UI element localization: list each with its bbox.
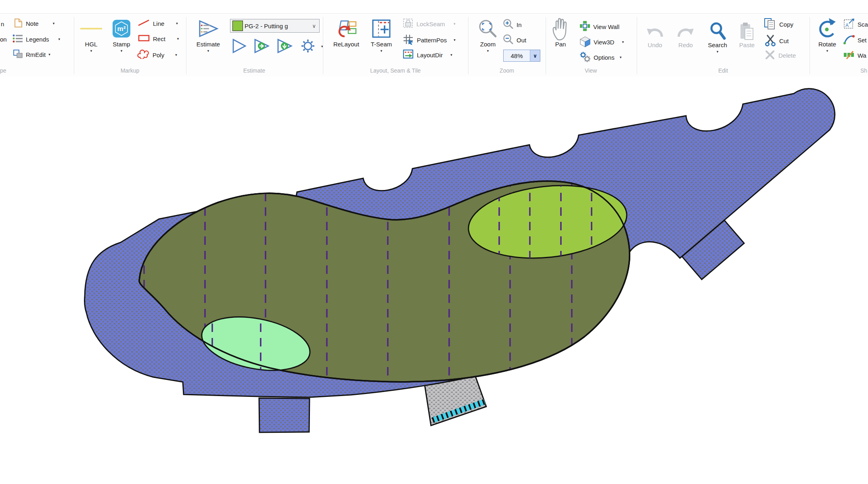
layoutdir-button[interactable]: LayoutDir ▾ <box>403 49 452 60</box>
view3d-dropdown-arrow[interactable]: ▾ <box>622 40 624 44</box>
zoom-level-chevron[interactable]: ∨ <box>530 50 540 61</box>
stamp-button[interactable]: m² Stamp ▾ <box>108 17 135 53</box>
run-export-right-button[interactable] <box>253 38 271 55</box>
pan-hand-icon <box>551 17 570 40</box>
clipped-button-label-2[interactable]: on <box>0 36 7 43</box>
scale-icon: A <box>843 18 855 30</box>
note-label: Note <box>26 20 39 27</box>
stamp-icon: m² <box>112 17 131 40</box>
rect-button[interactable]: Rect ▾ <box>138 35 179 43</box>
drawing-canvas[interactable] <box>0 77 868 484</box>
options-label: Options <box>594 54 615 61</box>
scale-button[interactable]: A Sca <box>843 18 868 30</box>
view-wall-icon <box>579 21 590 33</box>
rmedit-button[interactable]: RmEdit ▾ <box>13 49 50 60</box>
product-combo[interactable]: PG-2 - Putting g ∨ <box>230 19 320 33</box>
pan-button[interactable]: Pan <box>549 17 572 48</box>
view-wall-label: View Wall <box>593 23 619 30</box>
zoom-in-label: In <box>517 21 522 28</box>
rect-icon <box>138 35 150 43</box>
search-label: Search <box>708 41 727 49</box>
patternpos-label: PatternPos <box>417 37 447 44</box>
zoom-level-value: 48% <box>504 52 530 59</box>
search-dropdown-arrow[interactable]: ▾ <box>717 50 719 54</box>
line-label: Line <box>153 20 164 27</box>
poly-dropdown-arrow[interactable]: ▾ <box>175 53 177 57</box>
zoom-in-button[interactable]: In <box>503 19 522 31</box>
tseam-dropdown-arrow[interactable]: ▾ <box>381 49 383 53</box>
undo-button[interactable]: Undo <box>643 22 667 49</box>
poly-button[interactable]: Poly ▾ <box>137 50 177 60</box>
zoom-label: Zoom <box>480 40 496 48</box>
lockseam-label: LockSeam <box>416 21 445 27</box>
paste-button[interactable]: Paste <box>735 22 759 49</box>
layoutdir-dropdown-arrow[interactable]: ▾ <box>450 53 452 57</box>
hgl-button[interactable]: HGL ▾ <box>79 17 103 53</box>
zoom-level-combo[interactable]: 48% ∨ <box>503 50 540 62</box>
patternpos-button[interactable]: PatternPos ▾ <box>403 34 456 46</box>
group-separator <box>468 17 469 74</box>
group-separator <box>74 17 74 74</box>
stamp-dropdown-arrow[interactable]: ▾ <box>121 49 123 53</box>
note-icon <box>14 18 23 29</box>
group-label-clipped: pe <box>0 67 6 74</box>
rotate-button[interactable]: Rotate ▾ <box>814 17 840 53</box>
rmedit-label: RmEdit <box>26 51 46 58</box>
group-label-view: View <box>585 67 597 74</box>
zoom-out-label: Out <box>517 37 526 44</box>
rotate-icon <box>817 17 838 40</box>
blue-foot-rect[interactable] <box>259 398 310 432</box>
zoom-button[interactable]: Zoom ▾ <box>475 17 500 53</box>
rect-dropdown-arrow[interactable]: ▾ <box>177 37 179 41</box>
view3d-button[interactable]: View3D ▾ <box>579 36 624 48</box>
line-button[interactable]: Line ▾ <box>137 19 178 28</box>
view-wall-button[interactable]: View Wall <box>579 21 619 33</box>
product-combo-chevron[interactable]: ∨ <box>312 23 316 29</box>
clipped-button-label-1[interactable]: n <box>1 21 4 27</box>
tseam-button[interactable]: T-Seam ▾ <box>366 17 396 53</box>
estimate-settings-gear-icon[interactable] <box>300 38 316 55</box>
lockseam-dropdown-arrow[interactable]: ▾ <box>454 22 456 26</box>
note-dropdown-arrow[interactable]: ▾ <box>53 22 55 25</box>
product-swatch <box>232 21 243 31</box>
run-play-button[interactable] <box>231 38 248 55</box>
estimate-run-row: ▾ <box>231 38 323 55</box>
zoom-out-button[interactable]: Out <box>503 34 526 46</box>
app-window: n on Note ▾ Legends ▾ RmEdit ▾ HGL ▾ m² <box>0 0 868 484</box>
legends-button[interactable]: Legends ▾ <box>12 34 60 44</box>
setcurve-button[interactable]: Set <box>843 34 867 46</box>
legends-icon <box>12 34 23 44</box>
delete-button[interactable]: Delete <box>764 50 796 61</box>
run-export-down-button[interactable] <box>276 38 294 55</box>
patternpos-dropdown-arrow[interactable]: ▾ <box>454 38 456 42</box>
undo-label: Undo <box>648 41 662 49</box>
redo-button[interactable]: Redo <box>674 22 697 49</box>
setcurve-label: Set <box>858 37 867 44</box>
cut-button[interactable]: Cut <box>764 34 789 48</box>
lockseam-button[interactable]: LockSeam ▾ <box>403 18 455 29</box>
svg-text:A: A <box>845 23 849 28</box>
options-dropdown-arrow[interactable]: ▾ <box>620 56 622 59</box>
line-dropdown-arrow[interactable]: ▾ <box>176 22 178 25</box>
zoom-dropdown-arrow[interactable]: ▾ <box>487 49 489 53</box>
search-button[interactable]: Search ▾ <box>705 22 730 54</box>
estimate-button[interactable]: Estimate ▾ <box>194 17 223 53</box>
note-button[interactable]: Note ▾ <box>14 18 54 29</box>
legends-label: Legends <box>26 36 49 43</box>
legends-dropdown-arrow[interactable]: ▾ <box>59 38 61 41</box>
copy-button[interactable]: Copy <box>763 18 793 31</box>
hgl-dropdown-arrow[interactable]: ▾ <box>90 49 92 53</box>
zoom-icon <box>477 17 498 40</box>
view3d-icon <box>579 36 591 48</box>
zoom-out-icon <box>503 34 514 46</box>
group-separator <box>323 17 323 74</box>
delete-icon <box>764 50 776 61</box>
wall-edit-button[interactable]: Wa <box>843 49 866 61</box>
redo-label: Redo <box>678 41 693 49</box>
rmedit-dropdown-arrow[interactable]: ▾ <box>48 53 50 56</box>
rotate-dropdown-arrow[interactable]: ▾ <box>826 49 828 53</box>
relayout-button[interactable]: ReLayout <box>329 17 363 48</box>
estimate-dropdown-arrow[interactable]: ▾ <box>207 49 209 53</box>
options-button[interactable]: Options ▾ <box>579 51 621 64</box>
wall-edit-icon <box>843 49 855 61</box>
